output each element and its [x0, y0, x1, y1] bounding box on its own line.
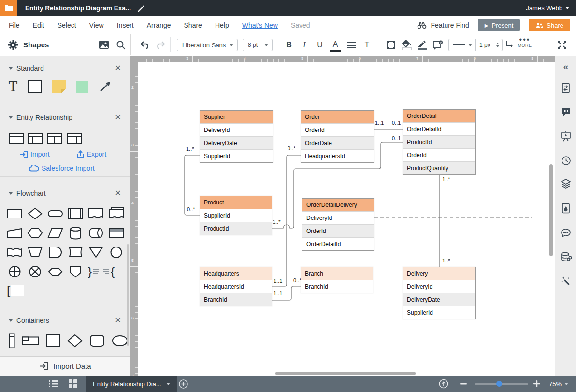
- rounded-container-shape[interactable]: [89, 334, 105, 347]
- font-size-dropdown[interactable]: 8 pt: [243, 39, 273, 51]
- feature-find-button[interactable]: Feature Find: [417, 21, 469, 29]
- zoom-in-button[interactable]: [531, 376, 543, 392]
- preparation-hexagon-shape[interactable]: [27, 226, 43, 240]
- menu-edit[interactable]: Edit: [33, 21, 44, 29]
- canvas-horizontal-scrollbar[interactable]: [275, 372, 416, 375]
- summing-junction-shape[interactable]: [27, 265, 43, 278]
- predefined-process-shape[interactable]: [68, 207, 84, 220]
- zoom-level-dropdown[interactable]: 75%: [545, 376, 572, 392]
- diagram-canvas[interactable]: 3456789 234567 SupplierDeliveryIdDeliver…: [130, 56, 555, 376]
- terminator-shape[interactable]: [47, 207, 63, 220]
- collapse-panel-icon[interactable]: «: [555, 59, 576, 74]
- page-list-icon[interactable]: [46, 376, 61, 392]
- data-linking-icon[interactable]: [555, 250, 576, 264]
- fullscreen-icon[interactable]: [555, 34, 569, 55]
- fill-color-bucket-icon[interactable]: [400, 34, 414, 55]
- off-page-connector-shape[interactable]: [68, 265, 84, 278]
- sticky-note-shape[interactable]: [52, 80, 66, 93]
- process-rect-shape[interactable]: [7, 207, 23, 220]
- menu-view[interactable]: View: [89, 21, 104, 29]
- sidebar-scrollbar[interactable]: [127, 244, 129, 346]
- layers-icon[interactable]: [555, 176, 576, 191]
- square-container-shape[interactable]: [46, 334, 60, 348]
- ellipse-container-shape[interactable]: [112, 335, 128, 347]
- history-clock-icon[interactable]: [555, 153, 576, 168]
- database-cylinder-shape[interactable]: [68, 226, 84, 240]
- entity-Headquarters[interactable]: HeadquartersHeadquartersIdBranchId: [200, 267, 272, 306]
- text-shape[interactable]: T: [9, 80, 17, 93]
- text-color-button[interactable]: A: [330, 39, 341, 52]
- entity-Product[interactable]: ProductSupplierIdProductId: [200, 196, 272, 235]
- bold-button[interactable]: B: [283, 34, 295, 55]
- menu-help[interactable]: Help: [215, 21, 229, 29]
- brace-right-annotation-shape[interactable]: }: [88, 266, 99, 277]
- menu-arrange[interactable]: Arrange: [147, 21, 171, 29]
- delay-shape[interactable]: [47, 246, 63, 259]
- entity-Branch[interactable]: BranchBranchId: [301, 267, 373, 293]
- merge-triangle-shape[interactable]: [88, 246, 104, 259]
- shape-style-icon[interactable]: [431, 34, 445, 55]
- menu-insert[interactable]: Insert: [117, 21, 134, 29]
- entity-Supplier[interactable]: SupplierDeliveryIdDeliveryDateSupplierId: [200, 110, 273, 163]
- horizontal-container-shape[interactable]: [22, 336, 39, 345]
- rename-pencil-icon[interactable]: [137, 4, 144, 12]
- zoom-slider[interactable]: [475, 376, 529, 392]
- close-section-icon[interactable]: ✕: [115, 64, 121, 72]
- tape-flag-shape[interactable]: [7, 246, 23, 259]
- add-page-icon[interactable]: [176, 376, 190, 392]
- menu-select[interactable]: Select: [58, 21, 76, 29]
- home-folder-button[interactable]: [0, 0, 17, 16]
- data-parallelogram-shape[interactable]: [47, 226, 63, 240]
- more-tools-button[interactable]: ••• MORE: [515, 36, 534, 48]
- redo-button[interactable]: [154, 34, 167, 55]
- collapse-triangle-icon[interactable]: [9, 319, 13, 322]
- undo-button[interactable]: [138, 34, 152, 55]
- whats-new-link[interactable]: What's New: [242, 21, 278, 29]
- page-settings-icon[interactable]: [555, 81, 576, 95]
- manual-operation-shape[interactable]: [27, 246, 43, 259]
- line-width-stepper[interactable]: [496, 43, 499, 47]
- fit-to-screen-icon[interactable]: [437, 376, 450, 392]
- line-arrow-shape[interactable]: [99, 80, 112, 93]
- close-section-icon[interactable]: ✕: [115, 317, 121, 324]
- vertical-container-shape[interactable]: [9, 333, 15, 348]
- notes-quote-icon[interactable]: [555, 105, 576, 119]
- italic-button[interactable]: I: [299, 34, 310, 55]
- present-button[interactable]: ▶ Present: [478, 19, 520, 31]
- canvas-vertical-scrollbar[interactable]: [549, 164, 553, 256]
- share-button[interactable]: Share: [529, 19, 570, 31]
- internal-storage-shape[interactable]: [108, 226, 124, 240]
- connector-circle-shape[interactable]: [108, 246, 124, 259]
- menu-share[interactable]: Share: [184, 21, 202, 29]
- text-align-button[interactable]: [346, 34, 358, 55]
- green-square-shape[interactable]: [76, 81, 88, 93]
- page-grid-icon[interactable]: [66, 376, 80, 392]
- er-entity-2col-shape[interactable]: [28, 133, 43, 144]
- collapse-triangle-icon[interactable]: [9, 67, 13, 70]
- zoom-slider-thumb[interactable]: [496, 381, 502, 387]
- multi-document-shape[interactable]: [108, 207, 124, 220]
- line-color-pencil-icon[interactable]: [416, 34, 429, 55]
- entity-OrderDetailDelivery[interactable]: OrderDetailDeliveryDeliveryIdOrderIdOrde…: [302, 198, 374, 251]
- shape-frame-icon[interactable]: [385, 34, 397, 55]
- er-entity-2col-center-shape[interactable]: [47, 133, 62, 144]
- er-import-link[interactable]: Import: [19, 150, 50, 158]
- insert-image-icon[interactable]: [99, 40, 109, 49]
- close-section-icon[interactable]: ✕: [115, 189, 121, 197]
- user-account-menu[interactable]: James Webb: [526, 0, 569, 16]
- manual-input-shape[interactable]: [7, 226, 23, 240]
- comments-chat-icon[interactable]: [555, 226, 576, 240]
- page-tab[interactable]: Entity Relationship Dia...: [86, 376, 177, 392]
- or-junction-shape[interactable]: [7, 265, 23, 278]
- collapse-triangle-icon[interactable]: [9, 192, 13, 195]
- display-card-shape[interactable]: [68, 246, 84, 259]
- close-section-icon[interactable]: ✕: [115, 114, 121, 121]
- document-shape[interactable]: [88, 207, 104, 220]
- er-entity-shape[interactable]: [9, 133, 24, 144]
- theme-styles-icon[interactable]: [555, 201, 576, 216]
- import-data-button[interactable]: Import Data: [0, 356, 130, 376]
- line-style-group[interactable]: 1 px: [448, 39, 503, 51]
- er-export-link[interactable]: Export: [77, 150, 106, 158]
- text-bracket-shape[interactable]: [: [7, 284, 24, 297]
- underline-button[interactable]: U: [314, 34, 326, 55]
